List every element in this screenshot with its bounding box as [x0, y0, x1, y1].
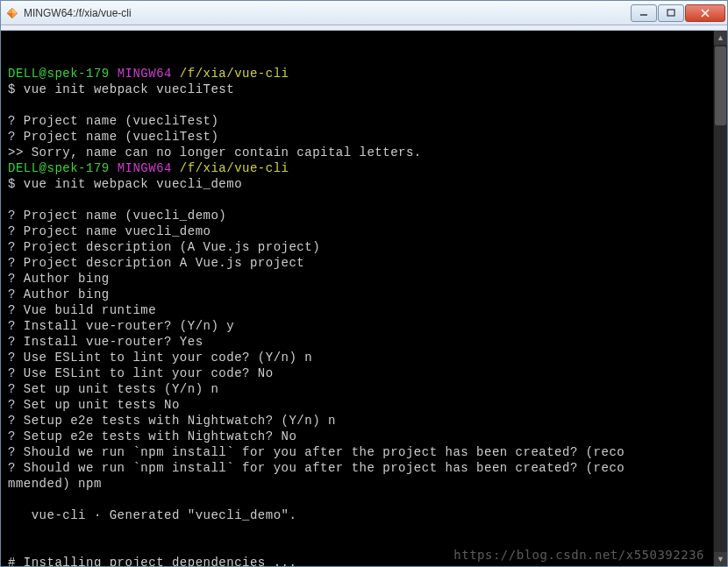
- output-line: ? Install vue-router? (Y/n) y: [8, 319, 234, 333]
- blank-line: [8, 51, 16, 65]
- output-line: vue-cli · Generated "vuecli_demo".: [8, 508, 296, 522]
- close-button[interactable]: [685, 4, 725, 22]
- output-line: ? Use ESLint to lint your code? No: [8, 366, 274, 380]
- output-line: ? Project name (vuecli_demo): [8, 209, 226, 223]
- terminal-content[interactable]: DELL@spek-179 MINGW64 /f/xia/vue-cli $ v…: [1, 31, 713, 566]
- window-controls: [631, 4, 725, 22]
- output-line: mmended) npm: [8, 477, 102, 491]
- output-line: ? Project description A Vue.js project: [8, 256, 304, 270]
- output-line: ? Setup e2e tests with Nightwatch? No: [8, 429, 296, 443]
- minimize-button[interactable]: [631, 4, 657, 22]
- command-line: $ vue init webpack vuecli_demo: [8, 177, 242, 191]
- output-line: ? Use ESLint to lint your code? (Y/n) n: [8, 351, 312, 365]
- output-line: ? Author bing: [8, 272, 110, 286]
- prompt-line: DELL@spek-179 MINGW64 /f/xia/vue-cli: [8, 161, 289, 175]
- output-line: ? Project name vuecli_demo: [8, 224, 211, 238]
- svg-marker-1: [12, 8, 18, 13]
- vertical-scrollbar[interactable]: ▲ ▼: [713, 31, 727, 566]
- scroll-thumb[interactable]: [715, 46, 726, 125]
- app-icon: [6, 7, 18, 19]
- scroll-track[interactable]: [714, 45, 727, 552]
- output-line: ? Set up unit tests (Y/n) n: [8, 382, 218, 396]
- blank-line: [8, 98, 16, 112]
- maximize-button[interactable]: [658, 4, 684, 22]
- prompt-path: /f/xia/vue-cli: [180, 67, 289, 81]
- output-line: ? Setup e2e tests with Nightwatch? (Y/n)…: [8, 414, 336, 428]
- output-line: ? Should we run `npm install` for you af…: [8, 445, 625, 459]
- prompt-env: MINGW64: [118, 67, 172, 81]
- prompt-user-host: DELL@spek-179: [8, 161, 110, 175]
- output-line: ? Project name (vuecliTest): [8, 114, 218, 128]
- output-line: ? Project description (A Vue.js project): [8, 240, 320, 254]
- prompt-line: DELL@spek-179 MINGW64 /f/xia/vue-cli: [8, 67, 289, 81]
- prompt-path: /f/xia/vue-cli: [180, 161, 289, 175]
- output-line: ? Should we run `npm install` for you af…: [8, 461, 625, 475]
- output-line: # Installing project dependencies ...: [8, 556, 296, 566]
- scroll-up-button[interactable]: ▲: [714, 31, 727, 45]
- output-line: ? Vue build runtime: [8, 303, 156, 317]
- prompt-symbol: $: [8, 177, 24, 191]
- output-line: ? Project name (vuecliTest): [8, 130, 218, 144]
- scroll-down-button[interactable]: ▼: [714, 552, 727, 566]
- prompt-user-host: DELL@spek-179: [8, 67, 110, 81]
- watermark-text: https://blog.csdn.net/x550392236: [453, 547, 704, 563]
- output-line: ? Author bing: [8, 287, 110, 301]
- command-text: vue init webpack vuecliTest: [24, 82, 234, 96]
- output-line: ? Install vue-router? Yes: [8, 335, 203, 349]
- prompt-symbol: $: [8, 82, 24, 96]
- svg-rect-4: [667, 10, 674, 16]
- output-line: ? Set up unit tests No: [8, 398, 180, 412]
- svg-marker-2: [7, 13, 12, 18]
- blank-line: [8, 193, 16, 207]
- prompt-env: MINGW64: [118, 161, 172, 175]
- terminal-window: MINGW64:/f/xia/vue-cli DELL@spek-179 MIN…: [0, 0, 728, 567]
- command-text: vue init webpack vuecli_demo: [24, 177, 242, 191]
- window-title: MINGW64:/f/xia/vue-cli: [24, 7, 631, 19]
- output-line: >> Sorry, name can no longer contain cap…: [8, 145, 422, 159]
- command-line: $ vue init webpack vuecliTest: [8, 82, 234, 96]
- window-titlebar[interactable]: MINGW64:/f/xia/vue-cli: [1, 1, 727, 25]
